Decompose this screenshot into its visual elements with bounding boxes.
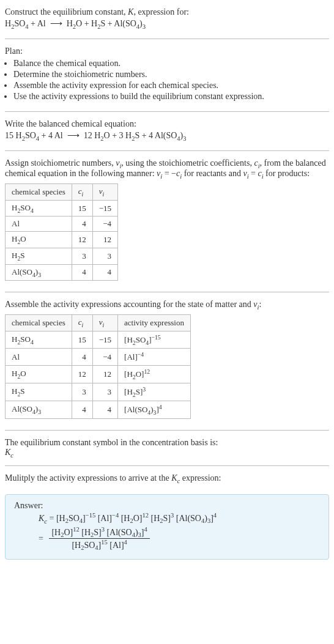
activity-table: chemical species ci νi activity expressi…: [5, 314, 191, 419]
intro-text-a: Construct the equilibrium constant,: [5, 7, 128, 17]
cell-species: Al(SO4)3: [6, 264, 72, 281]
plan-heading: Plan:: [5, 46, 329, 56]
table-header-row: chemical species ci νi activity expressi…: [6, 314, 191, 331]
plan-block: Plan: Balance the chemical equation. Det…: [5, 44, 329, 109]
cell-species: H2SO4: [6, 331, 72, 349]
table-row: H2S33: [6, 248, 118, 264]
assign-block: Assign stoichiometric numbers, νi, using…: [5, 156, 329, 290]
k-symbol: K: [128, 7, 133, 17]
cell-species: H2O: [6, 232, 72, 248]
cell-vi: 4: [92, 401, 117, 418]
answer-line2: = [H2O]12 [H2S]3 [Al(SO4)3]4 [H2SO4]15 […: [39, 526, 320, 552]
plan-item: Assemble the activity expression for eac…: [13, 81, 329, 91]
cell-species: H2S: [6, 248, 72, 264]
col-vi: νi: [92, 184, 117, 201]
col-species: chemical species: [6, 314, 72, 331]
cell-activity: [Al(SO4)3]4: [118, 401, 191, 418]
cell-activity: [H2S]3: [118, 383, 191, 401]
multiply-block: Mulitply the activity expressions to arr…: [5, 471, 329, 489]
table-row: Al(SO4)344: [6, 264, 118, 281]
activity-block: Assemble the activity expressions accoun…: [5, 297, 329, 427]
cell-species: H2O: [6, 365, 72, 383]
cell-species: H2S: [6, 383, 72, 401]
divider: [5, 430, 329, 431]
answer-body: Kc = [H2SO4]−15 [Al]−4 [H2O]12 [H2S]3 [A…: [39, 512, 320, 551]
answer-box: Answer: Kc = [H2SO4]−15 [Al]−4 [H2O]12 […: [5, 494, 329, 559]
unbalanced-equation: H2SO4 + Al ⟶ H2O + H2S + Al(SO4)3: [5, 18, 329, 30]
table-row: H2SO415−15[H2SO4]−15: [6, 331, 191, 349]
cell-species: H2SO4: [6, 200, 72, 217]
intro-block: Construct the equilibrium constant, K, e…: [5, 5, 329, 36]
assign-text: Assign stoichiometric numbers, νi, using…: [5, 158, 329, 180]
balanced-block: Write the balanced chemical equation: 15…: [5, 117, 329, 148]
table-row: H2O1212: [6, 232, 118, 248]
table-row: H2SO415−15: [6, 200, 118, 217]
cell-vi: −15: [92, 331, 117, 349]
divider: [5, 150, 329, 151]
cell-vi: 12: [92, 365, 117, 383]
cell-species: Al(SO4)3: [6, 401, 72, 418]
fraction-denominator: [H2SO4]15 [Al]4: [49, 539, 149, 551]
basis-text: The equilibrium constant symbol in the c…: [5, 438, 329, 448]
cell-vi: 12: [92, 232, 117, 248]
cell-ci: 12: [72, 365, 92, 383]
table-row: Al4−4[Al]−4: [6, 349, 191, 365]
stoich-table: chemical species ci νi H2SO415−15 Al4−4 …: [5, 183, 118, 281]
cell-ci: 3: [72, 383, 92, 401]
cell-vi: −4: [92, 217, 117, 232]
cell-activity: [H2O]12: [118, 365, 191, 383]
cell-vi: 3: [92, 383, 117, 401]
activity-heading: Assemble the activity expressions accoun…: [5, 300, 329, 311]
table-header-row: chemical species ci νi: [6, 184, 118, 201]
cell-activity: [Al]−4: [118, 349, 191, 365]
cell-ci: 4: [72, 349, 92, 365]
divider: [5, 465, 329, 466]
table-row: Al(SO4)344[Al(SO4)3]4: [6, 401, 191, 418]
table-row: H2O1212[H2O]12: [6, 365, 191, 383]
equals-sign: =: [39, 534, 43, 544]
cell-vi: 4: [92, 264, 117, 281]
multiply-text: Mulitply the activity expressions to arr…: [5, 473, 329, 484]
col-activity: activity expression: [118, 314, 191, 331]
basis-block: The equilibrium constant symbol in the c…: [5, 435, 329, 464]
balanced-equation: 15 H2SO4 + 4 Al ⟶ 12 H2O + 3 H2S + 4 Al(…: [5, 130, 329, 142]
cell-ci: 3: [72, 248, 92, 264]
col-ci: ci: [72, 184, 92, 201]
cell-ci: 15: [72, 200, 92, 217]
kc-symbol: Kc: [5, 448, 329, 459]
cell-ci: 15: [72, 331, 92, 349]
fraction-numerator: [H2O]12 [H2S]3 [Al(SO4)3]4: [49, 526, 149, 539]
col-species: chemical species: [6, 184, 72, 201]
cell-vi: 3: [92, 248, 117, 264]
cell-species: Al: [6, 349, 72, 365]
answer-line1: Kc = [H2SO4]−15 [Al]−4 [H2O]12 [H2S]3 [A…: [39, 512, 320, 524]
cell-activity: [H2SO4]−15: [118, 331, 191, 349]
table-row: Al4−4: [6, 217, 118, 232]
cell-vi: −4: [92, 349, 117, 365]
plan-item: Balance the chemical equation.: [13, 59, 329, 68]
intro-line: Construct the equilibrium constant, K, e…: [5, 7, 329, 17]
divider: [5, 292, 329, 292]
col-vi: νi: [92, 314, 117, 331]
plan-list: Balance the chemical equation. Determine…: [5, 59, 329, 102]
plan-item: Determine the stoichiometric numbers.: [13, 70, 329, 80]
cell-ci: 4: [72, 401, 92, 418]
balanced-heading: Write the balanced chemical equation:: [5, 119, 329, 129]
cell-vi: −15: [92, 200, 117, 217]
cell-species: Al: [6, 217, 72, 232]
cell-ci: 12: [72, 232, 92, 248]
plan-item: Use the activity expressions to build th…: [13, 92, 329, 102]
answer-label: Answer:: [14, 501, 320, 511]
divider: [5, 39, 329, 39]
table-row: H2S33[H2S]3: [6, 383, 191, 401]
intro-text-b: , expression for:: [133, 7, 189, 17]
cell-ci: 4: [72, 217, 92, 232]
col-ci: ci: [72, 314, 92, 331]
cell-ci: 4: [72, 264, 92, 281]
answer-fraction: [H2O]12 [H2S]3 [Al(SO4)3]4 [H2SO4]15 [Al…: [49, 526, 149, 552]
divider: [5, 111, 329, 112]
